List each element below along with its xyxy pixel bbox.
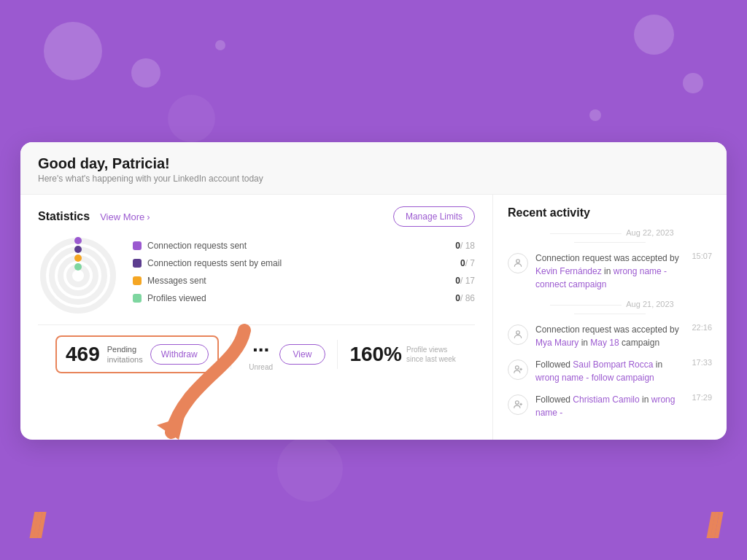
stat-row-2: Connection requests sent by email 0/ 7 [133,258,475,268]
person-add-icon-1 [508,359,528,380]
pending-labels: Pending invitations [107,344,143,365]
chart-area [38,236,118,316]
slashes-left: /// [29,505,41,545]
pending-label-line2: invitations [107,354,143,365]
profile-views-block: 160% Profile views since last week [349,343,457,366]
main-card: Good day, Patricia! Here's what's happen… [20,142,727,440]
stat-row-1: Connection requests sent 0/ 18 [133,241,475,251]
stats-title: Statistics [38,210,90,223]
card-body: Statistics View More › Manage Limits [20,195,727,440]
stat-value-1: 0/ 18 [455,241,475,251]
activity-text-2: Connection request was accepted by Mya M… [535,323,684,349]
profile-views-label: Profile views since last week [406,345,457,364]
subtitle: Here's what's happening with your Linked… [38,174,709,184]
svg-point-7 [74,263,82,271]
activity-item-4: Followed Christiam Camilo in wrong name … [508,393,712,419]
date-separator-aug21: Aug 21, 2023 [508,300,712,317]
stat-row-4: Profiles viewed 0/ 86 [133,293,475,303]
activity-text-4: Followed Christiam Camilo in wrong name … [535,393,684,419]
activity-item-1: Connection request was accepted by Kevin… [508,252,712,291]
slashes-right: /// [706,505,718,545]
date-separator-aug22: Aug 22, 2023 [508,228,712,246]
stats-list: Connection requests sent 0/ 18 Connectio… [133,241,475,311]
svg-point-4 [74,237,82,244]
right-panel: Recent activity Aug 22, 2023 Connection … [493,195,727,440]
arrow-decoration [142,323,259,447]
person-icon-2 [508,324,528,345]
svg-point-5 [74,246,82,253]
stat-dot-2 [133,259,142,268]
activity-time-4: 17:29 [692,393,712,402]
activity-text-1: Connection request was accepted by Kevin… [535,252,684,291]
stat-label-4: Profiles viewed [147,293,449,303]
stat-label-2: Connection requests sent by email [147,258,454,268]
svg-point-11 [516,401,519,405]
svg-point-8 [516,260,520,263]
stats-content: Connection requests sent 0/ 18 Connectio… [38,236,475,316]
stat-label-1: Connection requests sent [147,241,449,251]
person-icon-1 [508,253,528,273]
activity-text-3: Followed Saul Bompart Rocca in wrong nam… [535,358,684,384]
view-button[interactable]: View [279,344,326,365]
stat-label-3: Messages sent [147,276,449,286]
recent-activity-title: Recent activity [508,206,712,219]
stat-row-3: Messages sent 0/ 17 [133,276,475,286]
svg-point-9 [516,331,520,335]
pending-number: 469 [66,343,100,366]
stat-dot-3 [133,276,142,285]
profile-views-pct: 160% [349,343,402,366]
activity-item-3: Followed Saul Bompart Rocca in wrong nam… [508,358,712,384]
stat-dot-1 [133,241,142,250]
activity-item-2: Connection request was accepted by Mya M… [508,323,712,349]
stats-header: Statistics View More › Manage Limits [38,206,475,227]
pending-label-line1: Pending [107,344,143,354]
view-more-link[interactable]: View More › [100,211,150,222]
manage-limits-button[interactable]: Manage Limits [393,206,475,227]
greeting: Good day, Patricia! [38,155,709,172]
activity-time-3: 17:33 [692,358,712,367]
card-header: Good day, Patricia! Here's what's happen… [20,142,727,195]
svg-point-6 [74,254,82,262]
stat-value-3: 0/ 17 [455,276,475,286]
activity-time-2: 22:16 [692,323,712,332]
person-add-icon-2 [508,394,528,415]
activity-time-1: 15:07 [692,252,712,260]
stat-value-2: 0/ 7 [460,258,475,268]
stat-value-4: 0/ 86 [455,293,475,303]
divider-2 [337,340,338,369]
svg-point-10 [516,366,519,370]
stat-dot-4 [133,294,142,303]
